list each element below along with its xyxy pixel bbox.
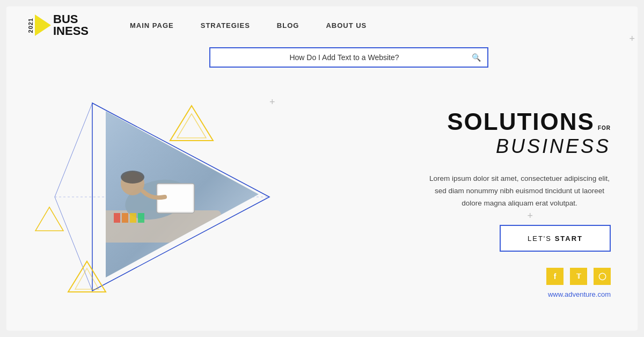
svg-rect-13	[138, 213, 144, 223]
nav-row: 2021 BUS INESS MAIN PAGE STRATEGIES BLOG…	[28, 6, 616, 44]
yellow-triangle-1	[167, 103, 216, 148]
social-instagram[interactable]: ◯	[594, 268, 611, 285]
social-facebook[interactable]: f	[546, 268, 564, 285]
search-bar: 🔍	[209, 47, 488, 68]
svg-rect-11	[122, 213, 128, 223]
search-input[interactable]	[217, 53, 472, 62]
svg-line-1	[55, 103, 92, 197]
hero: SOLUTIONS FOR BUSINESS Lorem ipsum dolor…	[6, 76, 638, 331]
search-icon[interactable]: 🔍	[472, 53, 481, 62]
hero-right: SOLUTIONS FOR BUSINESS Lorem ipsum dolor…	[307, 76, 638, 298]
cta-button[interactable]: LET'S START	[500, 225, 611, 252]
svg-marker-18	[75, 268, 99, 289]
header: 2021 BUS INESS MAIN PAGE STRATEGIES BLOG…	[6, 6, 638, 76]
nav-strategies[interactable]: STRATEGIES	[201, 21, 250, 30]
search-bar-row: 🔍	[28, 44, 616, 71]
solutions-for: SOLUTIONS FOR	[447, 108, 611, 135]
business-word: BUSINESS	[447, 135, 611, 158]
facebook-icon: f	[554, 272, 557, 281]
for-word: FOR	[598, 125, 611, 131]
logo-year: 2021	[28, 18, 34, 33]
svg-marker-16	[35, 207, 63, 231]
logo: 2021 BUS INESS	[28, 13, 87, 37]
solutions-word: SOLUTIONS	[447, 108, 595, 135]
hero-left	[6, 76, 307, 331]
svg-marker-17	[68, 261, 106, 292]
svg-point-7	[121, 171, 144, 184]
logo-text: BUS INESS	[53, 13, 89, 37]
cta-text: LET'S START	[528, 235, 583, 243]
main-card: + + + 2021 BUS INESS MAIN PAGE STRATEGIE…	[6, 6, 638, 331]
website-url[interactable]: www.adventure.com	[548, 290, 611, 298]
svg-rect-12	[130, 213, 136, 223]
instagram-icon: ◯	[598, 272, 606, 280]
nav-main-page[interactable]: MAIN PAGE	[130, 21, 174, 30]
nav-about-us[interactable]: ABOUT US	[326, 21, 367, 30]
svg-marker-15	[177, 114, 206, 138]
svg-marker-14	[170, 106, 213, 141]
yellow-triangle-2	[33, 205, 65, 237]
social-icons: f 𝕋 ◯	[546, 268, 611, 285]
social-twitter[interactable]: 𝕋	[570, 268, 587, 285]
yellow-triangle-3	[65, 259, 108, 298]
solutions-title: SOLUTIONS FOR BUSINESS	[447, 108, 611, 158]
twitter-icon: 𝕋	[576, 273, 581, 280]
nav-links: MAIN PAGE STRATEGIES BLOG ABOUT US	[130, 21, 616, 30]
nav-blog[interactable]: BLOG	[277, 21, 299, 30]
hero-description: Lorem ipsum dolor sit amet, consectetuer…	[428, 173, 611, 210]
logo-arrow	[35, 14, 51, 36]
svg-rect-10	[114, 213, 120, 223]
